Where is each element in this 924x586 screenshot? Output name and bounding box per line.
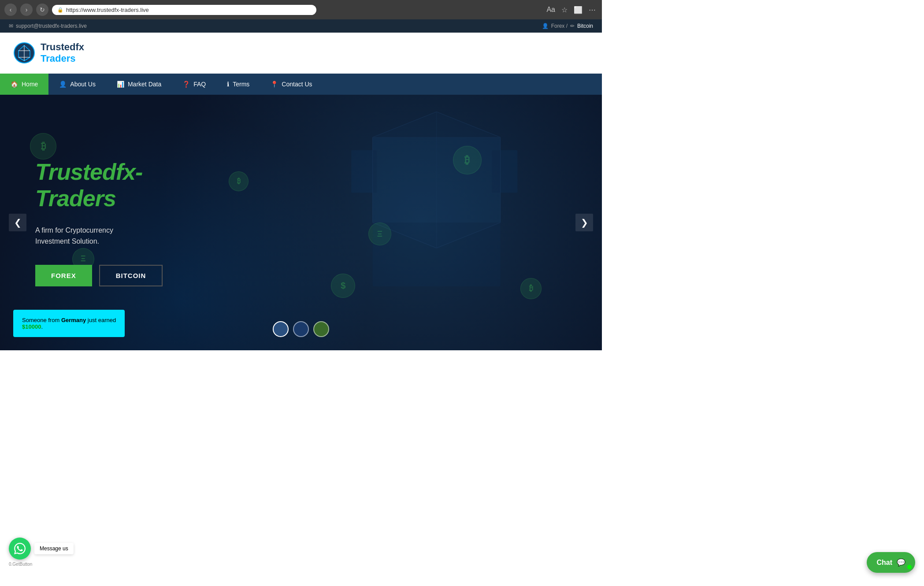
bookmark-button[interactable]: ☆ [560,4,569,16]
nav-about-label: About Us [70,81,96,88]
logo-text: Trustedfx Traders [41,41,84,65]
nav-bar: 🏠 Home 👤 About Us 📊 Market Data ❓ FAQ ℹ … [0,74,602,95]
carousel-dot-1[interactable] [273,321,289,337]
bitcoin-label[interactable]: Bitcoin [577,23,593,29]
notification-country: Germany [61,317,86,323]
email-icon: ✉ [9,23,13,29]
carousel-dots [273,321,329,337]
notification-prefix: Someone from [22,317,61,323]
address-bar[interactable]: 🔒 https://www.trustedfx-traders.live [52,5,316,15]
nav-terms[interactable]: ℹ Terms [216,74,260,95]
hero-subtitle: A firm for Cryptocurrency Investment Sol… [35,225,189,247]
home-icon: 🏠 [11,81,18,88]
site-header: Trustedfx Traders [0,33,602,74]
nav-contact[interactable]: 📍 Contact Us [260,74,323,95]
top-bar-left: ✉ support@trustedfx-traders.live [9,23,87,29]
nav-market[interactable]: 📊 Market Data [106,74,172,95]
faq-icon: ❓ [182,81,190,88]
hero-buttons: FOREX BITCOIN [35,265,207,286]
forex-button[interactable]: FOREX [35,265,92,286]
nav-market-label: Market Data [128,81,161,88]
hero-title: Trustedfx-Traders [35,159,207,211]
forex-label: Forex / [551,23,568,29]
bitcoin-button[interactable]: BITCOIN [99,265,163,286]
logo-line2: Traders [41,53,84,64]
nav-home[interactable]: 🏠 Home [0,74,48,95]
carousel-dot-2[interactable] [293,321,309,337]
refresh-button[interactable]: ↻ [36,4,48,16]
carousel-prev-button[interactable]: ❮ [9,214,26,231]
browser-chrome: ‹ › ↻ 🔒 https://www.trustedfx-traders.li… [0,0,602,19]
nav-faq-label: FAQ [193,81,206,88]
nav-terms-label: Terms [233,81,249,88]
market-icon: 📊 [117,81,124,88]
about-icon: 👤 [59,81,67,88]
carousel-next-button[interactable]: ❯ [575,214,593,231]
notification-dot: . [41,323,43,330]
carousel-dot-3[interactable] [313,321,329,337]
top-bar: ✉ support@trustedfx-traders.live 👤 Forex… [0,19,602,33]
browser-toolbar: ‹ › ↻ 🔒 https://www.trustedfx-traders.li… [0,0,602,19]
extensions-button[interactable]: ⬜ [572,4,584,16]
logo-line1: Trustedfx [41,41,84,53]
support-email[interactable]: support@trustedfx-traders.live [16,23,87,29]
nav-faq[interactable]: ❓ FAQ [172,74,216,95]
hero-subtitle-line1: A firm for Cryptocurrency [35,226,113,234]
back-button[interactable]: ‹ [4,4,17,16]
hero-subtitle-line2: Investment Solution. [35,237,99,245]
user-icon: 👤 [542,23,549,29]
terms-icon: ℹ [227,81,229,88]
url-text: https://www.trustedfx-traders.live [66,7,149,13]
menu-button[interactable]: ⋯ [587,4,597,16]
nav-contact-label: Contact Us [282,81,312,88]
reader-mode-button[interactable]: Aa [545,4,557,15]
lock-icon: 🔒 [57,7,63,13]
hero-section: ₿ Ξ ₿ $ ₿ ₿ Ξ Trustedfx-Traders A firm f… [0,95,602,350]
notification-toast: Someone from Germany just earned $10000. [13,310,125,337]
browser-toolbar-right: Aa ☆ ⬜ ⋯ [545,4,597,16]
logo-icon [13,42,35,64]
nav-about[interactable]: 👤 About Us [48,74,106,95]
logo-container[interactable]: Trustedfx Traders [13,41,84,65]
contact-icon: 📍 [271,81,278,88]
notification-amount: $10000 [22,323,41,330]
top-bar-right: 👤 Forex / ✏ Bitcoin [542,23,593,29]
notification-suffix: just earned [86,317,116,323]
edit-icon: ✏ [570,23,575,29]
nav-home-label: Home [22,81,38,88]
hero-content: Trustedfx-Traders A firm for Cryptocurre… [0,132,242,313]
forward-button[interactable]: › [20,4,33,16]
